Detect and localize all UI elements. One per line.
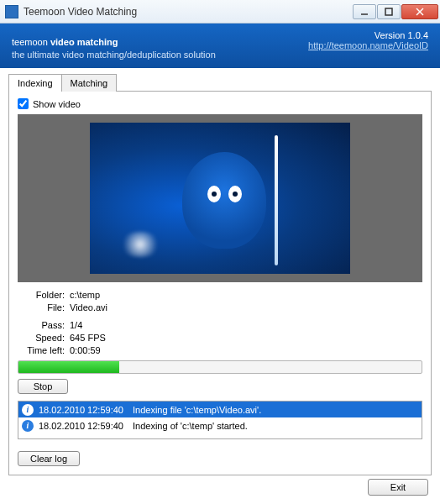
show-video-row: Show video (18, 98, 422, 109)
svg-rect-1 (385, 8, 392, 15)
log-table[interactable]: i18.02.2010 12:59:40Indexing file 'c:\te… (18, 401, 422, 439)
exit-button[interactable]: Exit (368, 479, 428, 496)
homepage-link[interactable]: http://teemoon.name/VideoID (308, 40, 428, 50)
show-video-label[interactable]: Show video (33, 99, 81, 109)
progress-bar (18, 360, 422, 374)
folder-label: Folder: (18, 289, 65, 302)
maximize-button[interactable] (377, 4, 401, 19)
log-message: Indexing of 'c:\temp' started. (133, 421, 418, 431)
app-tagline: the ultimate video matching/deduplicatio… (12, 50, 216, 60)
app-brand: teemoon video matching (12, 30, 216, 50)
timeleft-value: 0:00:59 (70, 344, 101, 357)
pass-value: 1/4 (70, 319, 82, 332)
info-icon: i (22, 420, 34, 432)
speed-value: 645 FPS (70, 332, 106, 344)
show-video-checkbox[interactable] (18, 98, 29, 109)
window-buttons (353, 4, 438, 19)
log-timestamp: 18.02.2010 12:59:40 (39, 405, 133, 415)
timeleft-label: Time left: (18, 344, 65, 357)
tab-matching[interactable]: Matching (61, 74, 118, 92)
brand-bold: video matching (50, 37, 118, 47)
indexing-info: Folder:c:\temp File:Video.avi Pass:1/4 S… (18, 289, 422, 357)
log-row[interactable]: i18.02.2010 12:59:40Indexing of 'c:\temp… (18, 417, 422, 433)
tab-indexing[interactable]: Indexing (8, 74, 62, 92)
pass-label: Pass: (18, 319, 65, 332)
log-row[interactable]: i18.02.2010 12:59:40Indexing file 'c:\te… (18, 402, 422, 417)
app-icon (5, 5, 18, 18)
file-value: Video.avi (70, 302, 107, 314)
minimize-button[interactable] (353, 4, 376, 19)
progress-fill (18, 361, 119, 373)
file-label: File: (18, 302, 65, 314)
version-label: Version 1.0.4 (308, 30, 428, 40)
app-banner: teemoon video matching the ultimate vide… (0, 24, 440, 68)
stop-button[interactable]: Stop (18, 379, 68, 394)
video-preview (90, 123, 350, 274)
main-tabs: Indexing Matching Show video Folder:c:\t… (0, 68, 440, 475)
log-timestamp: 18.02.2010 12:59:40 (39, 421, 133, 431)
window-title: Teemoon Video Matching (24, 6, 353, 18)
info-icon: i (22, 404, 34, 416)
speed-label: Speed: (18, 332, 65, 344)
log-message: Indexing file 'c:\temp\Video.avi'. (133, 405, 418, 415)
folder-value: c:\temp (70, 289, 100, 302)
titlebar: Teemoon Video Matching (0, 0, 440, 24)
video-preview-container (18, 114, 422, 282)
close-button[interactable] (401, 4, 438, 19)
brand-light: teemoon (12, 37, 50, 47)
tab-panel-indexing: Show video Folder:c:\temp File:Video.avi… (8, 91, 432, 475)
clear-log-button[interactable]: Clear log (18, 451, 80, 466)
